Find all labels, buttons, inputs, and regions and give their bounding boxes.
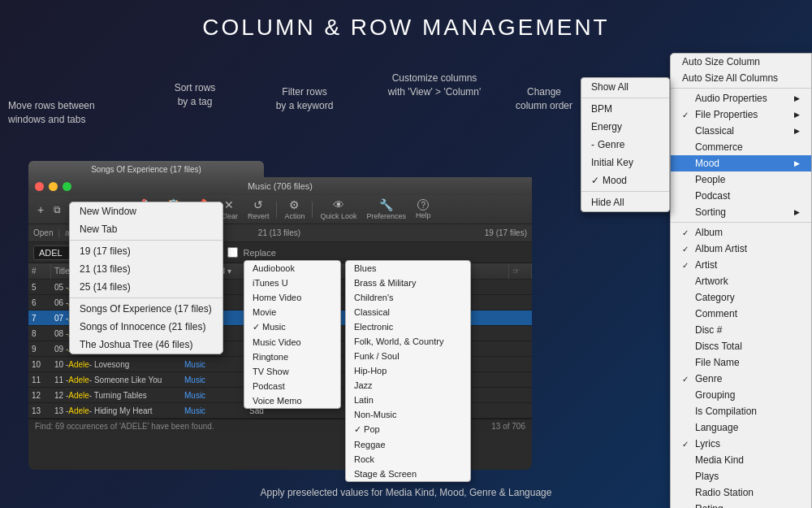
genre-latin[interactable]: Latin [346,393,470,407]
annotation-change-col-order: Changecolumn order [503,85,585,113]
cm-comment[interactable]: Comment [671,306,811,322]
cm-file-properties[interactable]: ✓ File Properties [671,106,811,123]
cm-classical[interactable]: Classical [671,123,811,139]
sub-initial-key[interactable]: Initial Key [581,154,669,172]
media-tv-show[interactable]: TV Show [244,364,340,379]
cm-podcast[interactable]: Podcast [671,188,811,204]
minimize-button[interactable] [49,182,58,191]
result-count: 13 of 706 [491,422,525,431]
column-menu: Auto Size Column Auto Size All Columns A… [670,53,812,508]
col-num: # [28,263,51,279]
genre-hiphop[interactable]: Hip-Hop [346,363,470,378]
source-item-1[interactable]: 19 (17 files) [70,242,222,260]
genre-non-music[interactable]: Non-Music [346,407,470,422]
genre-blues[interactable]: Blues [346,261,470,276]
cell-num: 7 [28,310,51,325]
cm-category[interactable]: Category [671,289,811,306]
cm-rating[interactable]: Rating [671,501,811,508]
media-podcast[interactable]: Podcast [244,379,340,393]
cell-num: 11 [28,372,51,387]
source-item-6[interactable]: The Joshua Tree (46 files) [70,336,222,354]
cm-radio-station[interactable]: Radio Station [671,484,811,501]
cell-media-kind: Music [181,357,246,371]
cm-artwork[interactable]: Artwork [671,273,811,289]
genre-brass[interactable]: Brass & Military [346,276,470,290]
cell-media-kind: Music [181,372,246,387]
quick-look-button[interactable]: 👁 Quick Look [316,197,361,222]
genre-reggae[interactable]: Reggae [346,437,470,452]
cm-sep-2 [671,222,811,223]
source-item-2[interactable]: 21 (13 files) [70,260,222,278]
genre-pop[interactable]: Pop [346,422,470,437]
cm-file-name[interactable]: File Name [671,354,811,371]
genre-electronic[interactable]: Electronic [346,319,470,334]
sub-hide-all[interactable]: Hide All [581,193,669,211]
cm-mood[interactable]: Mood [671,155,811,172]
cm-lyrics[interactable]: ✓Lyrics [671,436,811,452]
genre-classical[interactable]: Classical [346,305,470,319]
media-music-video[interactable]: Music Video [244,335,340,350]
new-tab-item[interactable]: New Tab [70,220,222,238]
page-title: COLUMN & ROW MANAGEMENT [0,15,812,41]
cm-grouping[interactable]: Grouping [671,387,811,403]
cm-disc-num[interactable]: Disc # [671,322,811,338]
cm-genre[interactable]: ✓Genre [671,371,811,387]
cm-media-kind[interactable]: Media Kind [671,452,811,468]
source-item-5[interactable]: Songs of Innocence (21 files) [70,318,222,336]
sub-genre[interactable]: -Genre [581,136,669,154]
cm-album[interactable]: ✓Album [671,224,811,241]
cell-num: 12 [28,388,51,402]
sub-mood[interactable]: ✓Mood [581,172,669,189]
duplicate-button[interactable]: ⧉ [50,202,65,217]
sub-energy[interactable]: Energy [581,118,669,136]
source-item-3[interactable]: 25 (14 files) [70,278,222,296]
close-button[interactable] [35,182,44,191]
cm-plays[interactable]: Plays [671,468,811,484]
sub-show-all[interactable]: Show All [581,78,669,96]
cm-album-artist[interactable]: ✓Album Artist [671,241,811,257]
cell-media-kind: Music [181,403,246,418]
auto-size-column[interactable]: Auto Size Column [671,54,811,70]
cm-commerce[interactable]: Commerce [671,139,811,155]
auto-size-all-columns[interactable]: Auto Size All Columns [671,70,811,86]
genre-funk[interactable]: Funk / Soul [346,349,470,363]
cell-title: 13 - Adele - Hiding My Heart [51,403,181,418]
media-itunes-u[interactable]: iTunes U [244,276,340,290]
add-button[interactable]: + [33,202,48,218]
maximize-button[interactable] [63,182,71,191]
window-title: Music (706 files) [76,181,484,191]
tab-open[interactable]: Open [33,228,53,237]
genre-rock[interactable]: Rock [346,452,470,467]
genre-jazz[interactable]: Jazz [346,378,470,393]
genre-folk[interactable]: Folk, World, & Country [346,334,470,349]
cell-num: 6 [28,295,51,310]
cm-people[interactable]: People [671,172,811,188]
toolbar-separator-4 [312,202,313,218]
source-item-4[interactable]: Songs Of Experience (17 files) [70,300,222,318]
action-button[interactable]: ⚙ Action [280,197,309,222]
new-window-item[interactable]: New Window [70,202,222,220]
cm-language[interactable]: Language [671,419,811,436]
media-movie[interactable]: Movie [244,305,340,319]
media-voice-memo[interactable]: Voice Memo [244,393,340,408]
cell-num: 10 [28,357,51,371]
genre-stage[interactable]: Stage & Screen [346,467,470,481]
cell-num: 13 [28,403,51,418]
cell-num: 8 [28,326,51,341]
media-music[interactable]: Music [244,319,340,335]
media-ringtone[interactable]: Ringtone [244,350,340,364]
replace-checkbox[interactable] [227,247,238,258]
menu-separator [70,240,222,241]
cm-sorting[interactable]: Sorting [671,204,811,220]
genre-childrens[interactable]: Children's [346,290,470,305]
preferences-button[interactable]: 🔧 Preferences [362,197,410,222]
help-button[interactable]: ? Help [412,198,435,221]
cm-artist[interactable]: ✓Artist [671,257,811,273]
media-home-video[interactable]: Home Video [244,290,340,305]
sub-bpm[interactable]: BPM [581,100,669,118]
cm-is-compilation[interactable]: Is Compilation [671,403,811,419]
revert-button[interactable]: ↺ Revert [244,197,274,222]
media-audiobook[interactable]: Audiobook [244,261,340,276]
cm-discs-total[interactable]: Discs Total [671,338,811,354]
cm-audio-properties[interactable]: Audio Properties [671,90,811,106]
